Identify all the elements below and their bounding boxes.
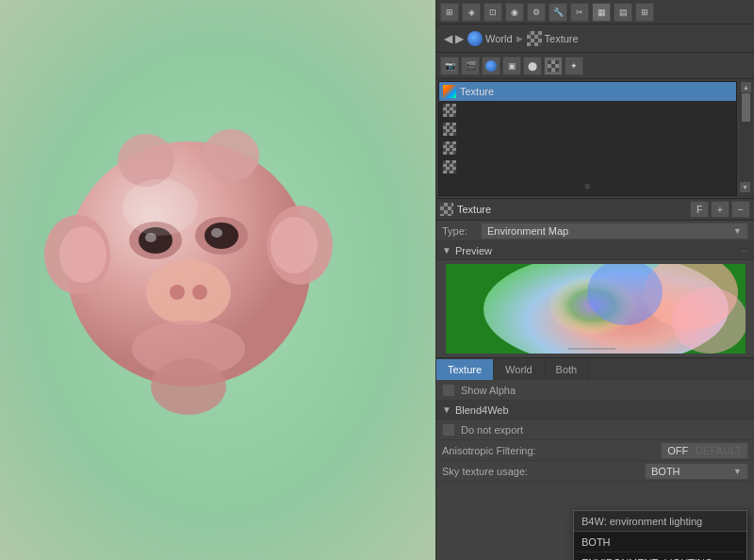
props-header: Texture F + − [436, 198, 754, 221]
breadcrumb-world[interactable]: World [467, 31, 513, 46]
tab-object[interactable]: ▣ [502, 57, 521, 75]
dropdown-item-env-lighting[interactable]: ENVIRONMENT_LIGHTING [574, 552, 746, 560]
tab-texture-icon [548, 60, 559, 72]
toolbar-icon-texture[interactable]: ▦ [592, 3, 611, 22]
breadcrumb-world-label: World [485, 33, 513, 44]
show-alpha-label: Show Alpha [461, 385, 516, 396]
props-plus-btn[interactable]: + [711, 201, 729, 218]
world-tab-icon [485, 60, 497, 72]
texture-icon [527, 31, 542, 46]
tab-both-btn[interactable]: Both [545, 359, 590, 380]
show-alpha-checkbox[interactable] [442, 384, 455, 397]
svg-point-7 [203, 129, 259, 182]
svg-point-19 [123, 179, 198, 236]
texture-item-5: ≡ [439, 176, 736, 195]
sky-texture-label: Sky texture usage: [442, 466, 639, 477]
top-toolbar: ⊞ ◈ ⊡ ◉ ⚙ 🔧 ✂ ▦ ▤ ⊞ [436, 0, 754, 25]
monkey-render [0, 0, 435, 560]
texture-item-1[interactable] [439, 101, 736, 120]
scroll-up-btn[interactable]: ▲ [741, 82, 751, 92]
preview-header[interactable]: ▼ Preview ↔ [436, 241, 754, 260]
props-minus-btn[interactable]: − [731, 201, 750, 218]
toolbar-icon-3[interactable]: ⊡ [484, 3, 502, 22]
props-f-btn[interactable]: F [690, 201, 709, 218]
show-alpha-row: Show Alpha [436, 380, 754, 401]
svg-point-5 [270, 217, 318, 273]
blend4web-arrow: ▼ [442, 404, 451, 415]
tab-material[interactable]: ⬤ [523, 57, 542, 75]
svg-point-3 [59, 226, 107, 283]
type-label: Type: [442, 225, 475, 237]
sky-texture-dropdown[interactable]: BOTH ▼ [645, 463, 748, 480]
tab-particles[interactable]: ✦ [565, 57, 583, 75]
breadcrumb-bar: ◀ ▶ World ▶ Texture [436, 25, 754, 53]
svg-point-24 [672, 288, 746, 354]
toolbar-icon-5[interactable]: ⚙ [527, 3, 546, 22]
texture-item-label-0: Texture [460, 86, 494, 97]
texture-item-0[interactable]: Texture [439, 82, 736, 101]
texture-item-check-4 [443, 160, 456, 173]
texture-list: Texture ≡ [438, 81, 737, 196]
do-not-export-row: Do not export [436, 420, 754, 440]
breadcrumb-sep: ▶ [516, 34, 523, 43]
svg-point-13 [211, 228, 222, 238]
toolbar-icon-8[interactable]: ▤ [614, 3, 632, 22]
anisotropic-row: Anisotropic Filtering: OFF DEFAULT [436, 440, 754, 461]
anisotropic-dropdown[interactable]: OFF DEFAULT [661, 442, 748, 459]
texture-item-check-1 [443, 104, 456, 117]
preview-collapse-icon: ↔ [740, 246, 748, 255]
texture-item-check-2 [443, 123, 456, 136]
world-icon [467, 31, 483, 46]
toolbar-icon-1[interactable]: ⊞ [440, 3, 459, 22]
toolbar-icon-4[interactable]: ◉ [505, 3, 524, 22]
texture-item-2[interactable] [439, 120, 736, 139]
viewport [0, 0, 435, 560]
tabs-row: Texture World Both [436, 357, 754, 380]
tab-world-btn[interactable]: World [494, 359, 545, 380]
texture-item-3[interactable] [439, 139, 736, 157]
texture-item-check-3 [443, 141, 456, 155]
preview-arrow: ▼ [442, 245, 451, 255]
texture-list-scrollbar[interactable]: ▲ ▼ [740, 81, 752, 196]
texture-list-area: Texture ≡ ▲ [436, 79, 754, 198]
texture-item-4[interactable] [439, 157, 736, 176]
breadcrumb-texture[interactable]: Texture [527, 31, 579, 46]
preview-svg [446, 264, 746, 354]
tab-texture-btn[interactable]: Texture [436, 359, 494, 380]
svg-point-15 [170, 285, 185, 300]
breadcrumb-nav-icon[interactable]: ◀ ▶ [444, 32, 464, 45]
props-texture-icon [440, 203, 453, 216]
dropdown-menu-header: B4W: environment lighting [574, 511, 746, 532]
props-content: Show Alpha ▼ Blend4Web Do not export Ani… [436, 380, 754, 560]
tab-render[interactable]: 📷 [440, 57, 459, 75]
tab-scene[interactable]: 🎬 [461, 57, 480, 75]
dropdown-header-label: B4W: environment lighting [582, 516, 702, 527]
svg-point-6 [118, 134, 174, 187]
blend4web-title: Blend4Web [455, 404, 509, 416]
toolbar-icon-6[interactable]: 🔧 [549, 3, 567, 22]
list-end-marker: ≡ [585, 181, 591, 191]
scroll-thumb [742, 93, 750, 122]
right-panel: ⊞ ◈ ⊡ ◉ ⚙ 🔧 ✂ ▦ ▤ ⊞ ◀ ▶ World ▶ Texture … [435, 0, 754, 560]
sky-texture-value: BOTH [651, 466, 680, 477]
svg-point-16 [192, 285, 207, 300]
toolbar-icon-9[interactable]: ⊞ [635, 3, 654, 22]
anisotropic-label: Anisotropic Filtering: [442, 445, 536, 456]
toolbar-icon-2[interactable]: ◈ [462, 3, 481, 22]
toolbar-icon-7[interactable]: ✂ [570, 3, 589, 22]
props-actions: F + − [690, 201, 750, 218]
tab-texture[interactable] [544, 57, 563, 75]
sky-dropdown-arrow: ▼ [733, 467, 742, 476]
scroll-down-btn[interactable]: ▼ [740, 182, 750, 192]
dropdown-item-both[interactable]: BOTH [574, 532, 746, 552]
svg-point-14 [146, 259, 231, 325]
do-not-export-checkbox[interactable] [442, 423, 455, 436]
tab-world[interactable] [482, 57, 500, 75]
sky-texture-row: Sky texture usage: BOTH ▼ [436, 461, 754, 482]
dropdown-menu: B4W: environment lighting BOTH ENVIRONME… [573, 510, 747, 560]
preview-title: Preview [455, 245, 492, 256]
type-dropdown-arrow: ▼ [733, 226, 742, 236]
scroll-track [741, 93, 751, 140]
type-dropdown[interactable]: Environment Map ▼ [481, 222, 748, 239]
do-not-export-label: Do not export [461, 424, 523, 436]
